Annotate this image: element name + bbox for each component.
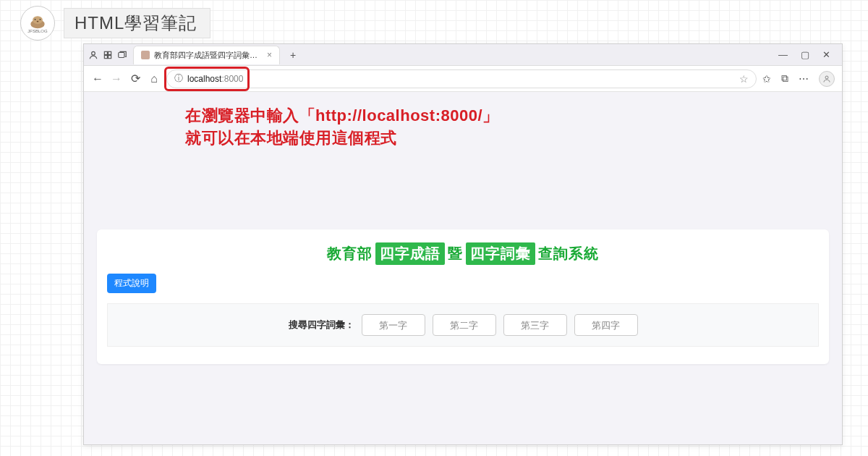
svg-rect-7 (109, 51, 111, 54)
char1-input[interactable] (362, 314, 425, 336)
app-title: 教育部 四字成語 暨 四字詞彙 查詢系統 (107, 242, 819, 265)
more-button[interactable]: ⋯ (799, 73, 809, 85)
tab-favicon (141, 51, 150, 59)
svg-point-2 (35, 19, 36, 20)
svg-point-4 (37, 21, 39, 22)
char3-input[interactable] (503, 314, 567, 336)
capybara-icon (27, 13, 48, 29)
profile-icon[interactable] (88, 50, 98, 60)
window-maximize[interactable]: ▢ (801, 49, 809, 60)
forward-button[interactable]: → (110, 72, 123, 85)
page-content: 在瀏覽器中輸入「http://localhost:8000/」 就可以在本地端使… (84, 92, 842, 444)
browser-tab[interactable]: 教育部四字成語暨四字詞彙查詢系統 × (133, 46, 280, 64)
help-button[interactable]: 程式說明 (107, 274, 156, 293)
search-row: 搜尋四字詞彙： (107, 303, 819, 347)
tab-strip: 教育部四字成語暨四字詞彙查詢系統 × + — ▢ ✕ (84, 44, 842, 66)
svg-rect-10 (119, 52, 124, 57)
page-title: HTML學習筆記 (64, 8, 210, 38)
logo-caption: JFSBLOG (27, 29, 47, 33)
reload-button[interactable]: ⟳ (129, 72, 142, 85)
window-close[interactable]: ✕ (822, 49, 830, 60)
workspaces-icon[interactable] (103, 50, 113, 60)
url-field[interactable]: ⓘ localhost:8000 ☆ (166, 69, 757, 88)
window-minimize[interactable]: — (778, 49, 788, 60)
collections-button[interactable]: ⧉ (781, 72, 788, 85)
svg-point-1 (33, 16, 43, 24)
address-bar: ← → ⟳ ⌂ ⓘ localhost:8000 ☆ ✩ ⧉ ⋯ (84, 66, 842, 92)
svg-point-11 (825, 76, 828, 79)
char4-input[interactable] (574, 314, 638, 336)
svg-rect-6 (104, 51, 107, 54)
svg-rect-8 (104, 55, 107, 58)
svg-point-5 (92, 51, 95, 55)
site-logo: JFSBLOG (20, 6, 55, 41)
user-avatar[interactable] (819, 71, 835, 87)
browser-window: 教育部四字成語暨四字詞彙查詢系統 × + — ▢ ✕ ← → ⟳ ⌂ ⓘ loc… (83, 43, 843, 445)
favorites-button[interactable]: ✩ (762, 73, 771, 85)
annotation-text: 在瀏覽器中輸入「http://localhost:8000/」 就可以在本地端使… (185, 105, 499, 150)
page-header: JFSBLOG HTML學習筆記 (20, 6, 210, 41)
window-controls: — ▢ ✕ (778, 49, 838, 60)
person-icon (822, 75, 831, 83)
toolbar-icons: ✩ ⧉ ⋯ (762, 71, 835, 87)
new-tab-button[interactable]: + (286, 48, 300, 62)
svg-point-3 (40, 19, 41, 20)
url-text: localhost:8000 (187, 74, 243, 84)
tab-title: 教育部四字成語暨四字詞彙查詢系統 (154, 50, 263, 61)
svg-rect-9 (109, 55, 111, 58)
tab-close-button[interactable]: × (267, 50, 272, 60)
back-button[interactable]: ← (91, 72, 104, 85)
char2-input[interactable] (433, 314, 496, 336)
tabs-icon[interactable] (117, 50, 127, 60)
site-info-icon[interactable]: ⓘ (174, 72, 183, 85)
app-card: 教育部 四字成語 暨 四字詞彙 查詢系統 程式說明 搜尋四字詞彙： (97, 229, 829, 364)
bookmark-star-button[interactable]: ☆ (739, 73, 749, 85)
search-label: 搜尋四字詞彙： (289, 318, 354, 332)
home-button[interactable]: ⌂ (148, 72, 161, 85)
